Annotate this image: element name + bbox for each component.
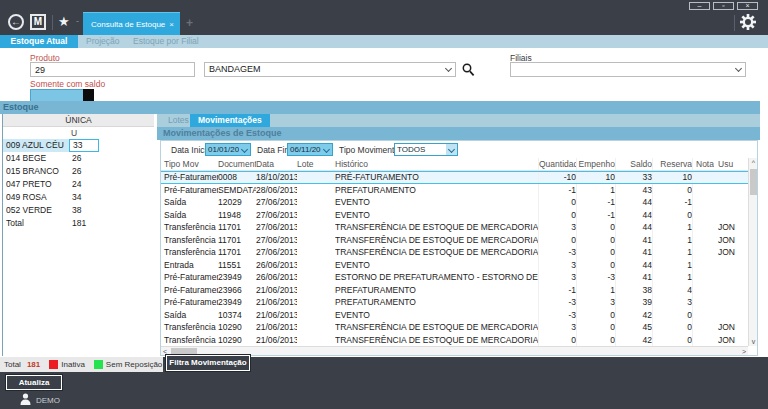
cell-saldo[interactable]: 44 [615,196,652,209]
tab-close-icon[interactable]: × [169,20,180,29]
cell-documento[interactable]: 11701 [218,246,256,259]
cell-lote[interactable] [297,334,335,347]
cell-tipo-mov[interactable]: Transferência [161,246,218,259]
cell-data[interactable]: 26/06/2013 [256,271,297,284]
cell-quantidade[interactable]: 0 [538,209,576,222]
cell-saldo[interactable]: 41 [615,234,652,247]
cell-saldo[interactable]: 39 [615,296,652,309]
cell-usuario[interactable] [714,209,742,222]
cell-lote[interactable] [297,172,335,183]
scrollbar-thumb[interactable] [750,169,757,195]
cell-reserva[interactable]: 10 [652,172,692,183]
filtra-movimentacao-button[interactable]: Filtra Movimentação [166,355,250,371]
cell-historico[interactable]: EVENTO [335,196,538,209]
favorite-star-icon[interactable]: ★ [58,14,70,30]
cell-reserva[interactable]: 0 [652,334,692,347]
search-icon[interactable] [462,63,475,77]
col-data[interactable]: Data [256,158,297,170]
add-tab-icon[interactable]: + [186,16,193,30]
cell-historico[interactable]: PREFATURAMENTO [335,284,538,297]
cell-tipo-mov[interactable]: Pré-Faturamento [161,172,218,183]
cell-quantidade[interactable]: 3 [538,259,576,272]
tab-estoque-atual[interactable]: Estoque Atual [0,35,78,48]
horizontal-scrollbar[interactable]: < > [161,346,748,355]
cell-lote[interactable] [297,246,335,259]
cell-quantidade[interactable]: -10 [538,172,576,183]
tipo-movimentacao-combo[interactable]: TODOS [394,143,458,156]
stock-quantity[interactable]: 38 [69,204,99,217]
cell-empenho[interactable]: 0 [576,321,615,334]
cell-documento[interactable]: 10374 [218,309,256,322]
cell-empenho[interactable]: 1 [576,284,615,297]
movement-row[interactable]: Saída 12029 27/06/2013 EVENTO 0 -1 44 -1 [161,196,748,209]
cell-nota[interactable] [692,309,714,322]
cell-historico[interactable]: EVENTO [335,209,538,222]
cell-reserva[interactable]: -1 [652,196,692,209]
data-final-combo[interactable]: 06/11/2013 [287,143,333,156]
stock-quantity[interactable]: 26 [69,152,99,165]
cell-nota[interactable] [692,234,714,247]
cell-usuario[interactable]: JON [714,321,742,334]
cell-tipo-mov[interactable]: Transferência [161,334,218,347]
cell-empenho[interactable]: 10 [576,172,615,183]
cell-usuario[interactable] [714,284,742,297]
cell-empenho[interactable]: 0 [576,309,615,322]
cell-historico[interactable]: PREFATURAMENTO [335,296,538,309]
movement-row[interactable]: Pré-Faturamento 23949 21/06/2013 PREFATU… [161,296,748,309]
col-lote[interactable]: Lote [297,158,335,170]
tab-estoque-por-filial[interactable]: Estoque por Filial [133,35,199,48]
cell-lote[interactable] [297,196,335,209]
cell-quantidade[interactable]: -1 [538,184,576,197]
produto-name-combo[interactable]: BANDAGEM [204,62,456,77]
cell-tipo-mov[interactable]: Transferência [161,321,218,334]
cell-reserva[interactable]: 0 [652,184,692,197]
cell-saldo[interactable]: 43 [615,184,652,197]
cell-documento[interactable]: SEMDATA [218,184,256,197]
cell-reserva[interactable]: 1 [652,234,692,247]
scroll-up-icon[interactable]: ^ [749,158,758,167]
cell-tipo-mov[interactable]: Saída [161,196,218,209]
cell-empenho[interactable]: -3 [576,271,615,284]
cell-usuario[interactable]: JON [714,246,742,259]
cell-lote[interactable] [297,184,335,197]
cell-tipo-mov[interactable]: Pré-Faturamento [161,296,218,309]
cell-documento[interactable]: 11948 [218,209,256,222]
col-tipo-mov[interactable]: Tipo Mov [161,158,218,170]
cell-data[interactable]: 21/06/2013 [256,296,297,309]
cell-lote[interactable] [297,309,335,322]
cell-lote[interactable] [297,259,335,272]
produto-code-input[interactable] [30,62,195,77]
cell-nota[interactable] [692,172,714,183]
minimize-button[interactable]: – [689,2,710,10]
cell-data[interactable]: 26/06/2013 [256,259,297,272]
movement-row[interactable]: Pré-Faturamento 0008 18/10/2013 PRÉ-FATU… [161,171,748,184]
stock-row[interactable]: 049 ROSA 34 [3,191,154,204]
cell-documento[interactable]: 11701 [218,221,256,234]
cell-lote[interactable] [297,209,335,222]
movement-row[interactable]: Transferência 10290 21/06/2013 TRANSFERÊ… [161,321,748,334]
cell-lote[interactable] [297,271,335,284]
cell-nota[interactable] [692,196,714,209]
cell-data[interactable]: 27/06/2013 [256,209,297,222]
cell-usuario[interactable] [714,259,742,272]
cell-historico[interactable]: ESTORNO DE PREFATURAMENTO - ESTORNO DE P… [335,271,538,284]
cell-quantidade[interactable]: 0 [538,234,576,247]
maximize-button[interactable]: ▫ [713,2,734,10]
movement-row[interactable]: Transferência 11701 27/06/2013 TRANSFERÊ… [161,246,748,259]
cell-data[interactable]: 18/10/2013 [256,172,297,183]
col-quantidade[interactable]: Quantidade [538,158,576,170]
cell-saldo[interactable]: 45 [615,321,652,334]
cell-empenho[interactable]: -1 [576,209,615,222]
stock-row[interactable]: 052 VERDE 38 [3,204,154,217]
cell-lote[interactable] [297,296,335,309]
cell-data[interactable]: 21/06/2013 [256,321,297,334]
stock-column-header[interactable]: ÚNICA [3,114,154,127]
cell-data[interactable]: 27/06/2013 [256,234,297,247]
stock-row[interactable]: 014 BEGE 26 [3,152,154,165]
cell-saldo[interactable]: 33 [615,172,652,183]
cell-quantidade[interactable]: 3 [538,221,576,234]
cell-usuario[interactable]: JON [714,221,742,234]
cell-tipo-mov[interactable]: Pré-Faturamento [161,184,218,197]
scroll-right-icon[interactable]: > [742,347,746,356]
cell-usuario[interactable] [714,172,742,183]
